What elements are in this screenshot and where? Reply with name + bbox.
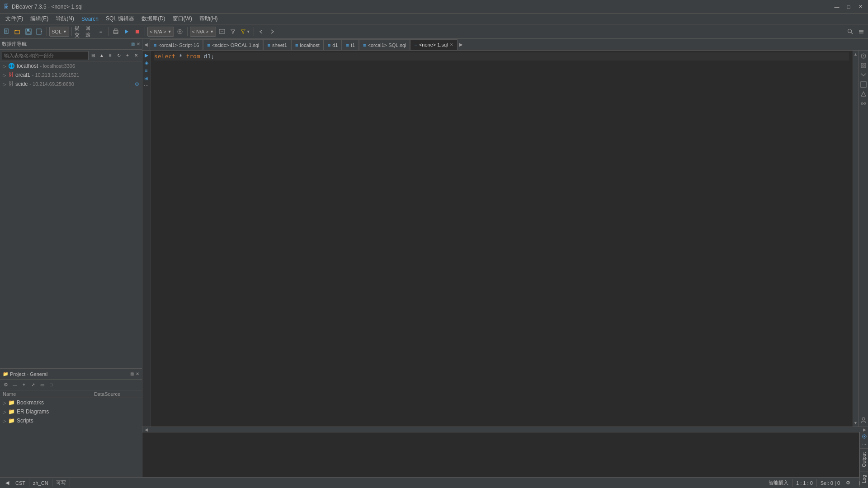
bookmark-btn[interactable]: ⊞ (143, 75, 150, 82)
project-item-scripts[interactable]: ▷ 📁 Scripts (0, 416, 142, 425)
toolbar-submit-btn[interactable]: 提交 (74, 27, 84, 37)
nav-filter-btn[interactable]: ⊟ (89, 52, 97, 60)
toolbar-extra1[interactable] (175, 27, 185, 37)
menu-window[interactable]: 窗口(W) (169, 14, 196, 23)
toolbar-settings-btn[interactable] (856, 27, 866, 37)
nav-expand-btn[interactable]: ≡ (106, 52, 114, 60)
nav-refresh-btn[interactable]: ↻ (115, 52, 123, 60)
scroll-down-btn[interactable]: ▼ (853, 419, 858, 427)
toolbar-new-btn[interactable] (2, 27, 12, 37)
expand-scidc[interactable]: ▷ (3, 82, 8, 87)
more-btn[interactable]: ⋯ (143, 82, 150, 89)
toolbar-forward-btn[interactable] (267, 27, 277, 37)
right-btn-3[interactable] (859, 70, 868, 80)
expand-orcal1[interactable]: ▷ (3, 73, 8, 78)
hscroll-left-btn[interactable]: ◀ (142, 427, 150, 432)
menu-search[interactable]: Search (78, 15, 102, 23)
project-close[interactable]: ⊠ (130, 371, 134, 376)
explain-btn[interactable]: ◈ (143, 59, 150, 66)
tab-orcal1-script16[interactable]: ≡ <orcal1> Script-16 (150, 39, 203, 50)
project-item-bookmarks[interactable]: ▷ 📁 Bookmarks (0, 398, 142, 407)
run-line-btn[interactable]: ▶ (143, 52, 150, 59)
tab8-close[interactable]: ✕ (450, 42, 453, 47)
editor-vscroll[interactable]: ▲ ▼ (853, 51, 858, 427)
status-left-arrow[interactable]: ◀ (3, 480, 12, 486)
right-btn-4[interactable] (859, 80, 868, 89)
project-add-btn[interactable]: + (20, 381, 28, 389)
project-settings-btn[interactable]: ⚙ (2, 381, 10, 389)
toolbar-filter-btn[interactable] (228, 27, 238, 37)
tab-scroll-right[interactable]: ▶ (458, 39, 465, 50)
menu-sql-editor[interactable]: SQL 编辑器 (102, 14, 138, 23)
minimize-button[interactable]: — (833, 3, 841, 11)
nav-collapse-btn[interactable]: ▲ (98, 52, 106, 60)
output-tab[interactable]: Output (860, 448, 868, 471)
project-item-er[interactable]: ▷ 📁 ER Diagrams (0, 407, 142, 416)
toolbar-stop-btn[interactable] (132, 27, 142, 37)
menu-edit[interactable]: 编辑(E) (27, 14, 52, 23)
right-btn-1[interactable] (859, 52, 868, 61)
editor-hscroll: ◀ ▶ (142, 427, 868, 432)
menu-database[interactable]: 数据库(D) (138, 14, 169, 23)
project-maximize-btn[interactable]: □ (47, 381, 55, 389)
output-settings-btn[interactable] (860, 432, 868, 441)
format-btn[interactable]: ≡ (143, 67, 150, 74)
menu-help[interactable]: 帮助(H) (196, 14, 222, 23)
nav-close2-btn[interactable]: ✕ (132, 52, 140, 60)
right-btn-5[interactable] (859, 89, 868, 99)
tab-none-1sql[interactable]: ≡ <none> 1.sql ✕ (410, 39, 457, 50)
tree-item-scidc[interactable]: ▷ 🗄 scidc - 10.214.69.25:8680 ⚙ (0, 80, 142, 89)
tab-t1[interactable]: ≡ t1 (342, 39, 359, 50)
db-nav-close[interactable]: ✕ (137, 42, 140, 47)
toolbar-print-btn[interactable] (111, 27, 121, 37)
right-btn-6[interactable] (859, 99, 868, 108)
expand-bookmarks[interactable]: ▷ (3, 400, 8, 405)
tab-scidc-orcal1sql[interactable]: ≡ <scidc> ORCAL 1.sql (203, 39, 263, 50)
hscroll-right-btn[interactable]: ▶ (861, 427, 868, 432)
close-button[interactable]: ✕ (856, 3, 864, 11)
toolbar-run-btn[interactable] (122, 27, 132, 37)
project-close2[interactable]: ✕ (136, 371, 139, 376)
project-minimize-btn[interactable]: ▭ (38, 381, 46, 389)
tab-d1[interactable]: ≡ d1 (324, 39, 342, 50)
project-minus-btn[interactable]: — (11, 381, 19, 389)
toolbar-back-btn[interactable] (256, 27, 266, 37)
right-person-btn[interactable] (859, 416, 868, 425)
na2-dropdown[interactable]: < N/A > ▼ (190, 27, 217, 37)
tree-item-orcal1[interactable]: ▷ 🗄 orcal1 - 10.213.12.165:1521 (0, 70, 142, 80)
scroll-up-btn[interactable]: ▲ (853, 51, 858, 58)
menu-file[interactable]: 文件(F) (2, 14, 27, 23)
expand-localhost[interactable]: ▷ (3, 64, 8, 69)
output-dots-btn[interactable]: ⋯ (860, 441, 868, 448)
status-settings-icon[interactable]: ⚙ (844, 480, 853, 486)
tab-localhost[interactable]: ≡ localhost (291, 39, 324, 50)
toolbar-rollback-btn[interactable]: 回滚 (85, 27, 95, 37)
toolbar-extra2[interactable] (217, 27, 227, 37)
code-editor[interactable]: select * from d1; (151, 51, 853, 427)
toolbar-saveas-btn[interactable] (34, 27, 44, 37)
tab-scroll-left[interactable]: ◀ (142, 39, 150, 50)
sql-dropdown[interactable]: SQL ▼ (49, 27, 69, 37)
expand-scripts[interactable]: ▷ (3, 418, 8, 423)
toolbar-sep6 (254, 27, 254, 36)
tab-sheet1[interactable]: ≡ sheet1 (263, 39, 291, 50)
kw-select: select (154, 52, 175, 61)
tab-orcal1-sqlsql[interactable]: ≡ <orcal1> SQL.sql (359, 39, 410, 50)
na1-dropdown[interactable]: < N/A > ▼ (147, 27, 174, 37)
toolbar-save-btn[interactable] (24, 27, 33, 37)
tree-item-localhost[interactable]: ▷ 🌐 localhost - localhost:3306 (0, 61, 142, 70)
project-link-btn[interactable]: ↗ (29, 381, 37, 389)
toolbar-filter2-btn[interactable]: ▼ (239, 27, 251, 37)
log-tab[interactable]: Log (860, 471, 868, 487)
right-btn-2[interactable] (859, 61, 868, 70)
toolbar-search-btn[interactable] (845, 27, 855, 37)
nav-add-btn[interactable]: + (123, 52, 132, 60)
na2-label: < N/A > (192, 29, 209, 34)
project-title: Project - General (10, 371, 128, 377)
expand-er[interactable]: ▷ (3, 409, 8, 414)
toolbar-open-btn[interactable] (13, 27, 23, 37)
toolbar-format-btn[interactable]: ≡ (96, 27, 106, 37)
maximize-button[interactable]: □ (844, 3, 853, 11)
db-search-input[interactable] (2, 51, 89, 60)
menu-navigate[interactable]: 导航(N) (52, 14, 78, 23)
